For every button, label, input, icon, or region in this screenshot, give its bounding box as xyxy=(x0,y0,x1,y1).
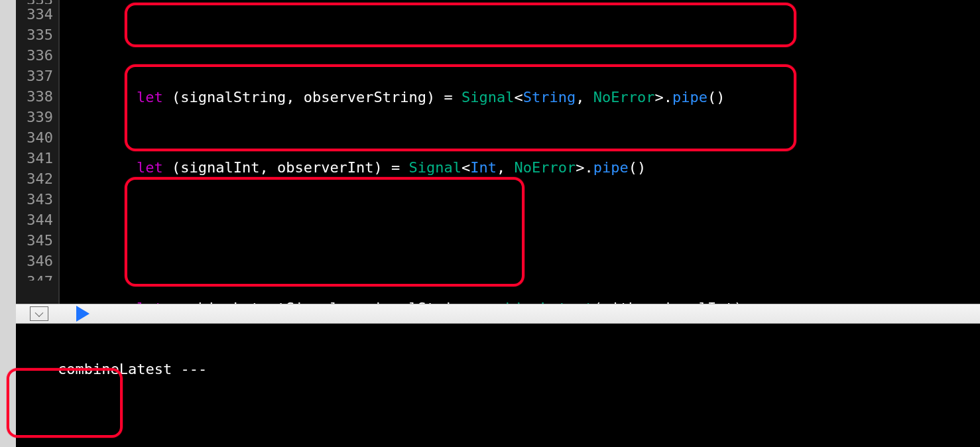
line-number: 336 xyxy=(16,45,53,66)
line-number: 340 xyxy=(16,127,53,148)
run-button[interactable] xyxy=(73,304,93,323)
line-number: 346 xyxy=(16,251,53,271)
line-number: 342 xyxy=(16,168,53,189)
window-left-edge xyxy=(0,0,16,447)
line-number: 339 xyxy=(16,107,53,127)
code-line[interactable]: let (signalInt, observerInt) = Signal<In… xyxy=(66,157,980,178)
console-line: --- combineLatest --- xyxy=(23,359,973,379)
line-number: 334 xyxy=(16,4,53,25)
line-number-gutter: 333 334 335 336 337 338 339 340 341 342 … xyxy=(16,0,60,304)
code-editor[interactable]: 333 334 335 336 337 338 339 340 341 342 … xyxy=(16,0,980,304)
console-toggle-button[interactable] xyxy=(29,304,49,323)
code-line[interactable]: let (signalString, observerString) = Sig… xyxy=(66,87,980,107)
code-line[interactable] xyxy=(66,227,980,248)
line-number: 338 xyxy=(16,86,53,107)
console-output[interactable]: --- combineLatest --- ("B", 1) ("C", 1) … xyxy=(16,324,980,447)
line-number: 345 xyxy=(16,230,53,251)
chevron-down-icon xyxy=(30,306,48,321)
debug-toolbar xyxy=(16,304,980,324)
code-content[interactable]: let (signalString, observerString) = Sig… xyxy=(60,0,980,304)
code-line[interactable]: let combineLatestSignal = signalString.c… xyxy=(66,298,980,304)
line-number: 335 xyxy=(16,25,53,45)
line-number: 343 xyxy=(16,189,53,210)
line-number: 337 xyxy=(16,66,53,86)
line-number: 344 xyxy=(16,210,53,230)
play-icon xyxy=(76,306,90,322)
line-number: 341 xyxy=(16,148,53,168)
line-number: 347 xyxy=(27,273,53,281)
